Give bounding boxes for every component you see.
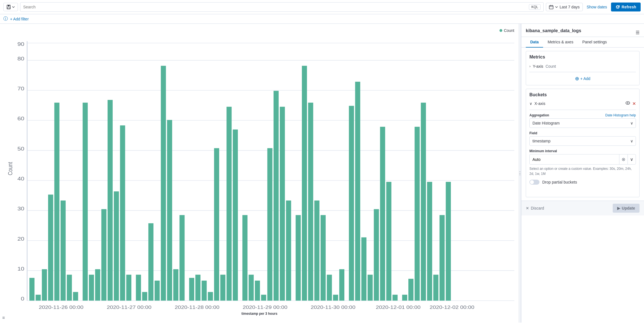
aggregation-select[interactable]: Date Histogram [529, 118, 636, 128]
buckets-title: Buckets [529, 92, 636, 97]
svg-rect-49 [189, 278, 194, 300]
svg-rect-76 [368, 275, 373, 301]
discard-button[interactable]: ✕ Discard [526, 206, 544, 210]
interval-input-row: ⊗ ∨ [529, 154, 636, 165]
aggregation-form-row: Aggregation Date Histogram help Date His… [529, 113, 636, 128]
svg-text:2020-12-01 00:00: 2020-12-01 00:00 [376, 305, 421, 310]
time-picker[interactable]: Last 7 days [546, 3, 583, 11]
main-content: Count 0 10 20 30 40 50 60 70 80 90 [0, 24, 644, 323]
svg-text:10: 10 [17, 266, 24, 271]
time-range-label: Last 7 days [560, 5, 580, 9]
svg-rect-34 [89, 275, 94, 301]
table-view-icon[interactable]: ≡ [2, 315, 5, 320]
svg-rect-31 [67, 275, 72, 301]
date-histogram-help-link[interactable]: Date Histogram help [605, 113, 636, 117]
search-input[interactable] [23, 5, 527, 9]
chevron-down-icon-bucket: ∨ [529, 101, 532, 106]
bars [29, 66, 451, 300]
svg-rect-3 [549, 6, 553, 9]
panel-collapse-button[interactable]: ☰ [636, 30, 640, 35]
field-label: Field [529, 131, 537, 135]
add-filter-button[interactable]: + Add filter [10, 17, 29, 21]
chart-svg: 0 10 20 30 40 50 60 70 80 90 [4, 37, 514, 310]
svg-rect-71 [333, 295, 338, 300]
add-metric-button[interactable]: ⊕ + Add [529, 76, 636, 82]
svg-rect-81 [402, 295, 407, 300]
tab-panel-settings[interactable]: Panel settings [578, 37, 611, 48]
x-axis-bucket-row: ∨ X-axis ✕ [529, 101, 636, 106]
search-area: KQL [20, 2, 544, 12]
y-axis-metric-row[interactable]: › Y-axis Count [529, 63, 636, 70]
delete-bucket-button[interactable]: ✕ [632, 101, 636, 106]
svg-rect-1 [8, 5, 10, 6]
refresh-icon [615, 5, 620, 9]
refresh-button[interactable]: Refresh [611, 3, 641, 11]
svg-rect-73 [349, 106, 354, 300]
eye-button[interactable] [626, 101, 630, 106]
svg-rect-78 [380, 127, 385, 300]
play-icon: ▶ [617, 206, 620, 210]
svg-rect-37 [108, 100, 113, 300]
svg-rect-56 [233, 130, 238, 301]
svg-text:0: 0 [21, 296, 24, 302]
interval-clear-button[interactable]: ⊗ [619, 154, 628, 164]
discard-x-icon: ✕ [526, 206, 529, 210]
min-interval-label-row: Minimum interval [529, 149, 636, 153]
refresh-label: Refresh [622, 5, 636, 9]
svg-rect-83 [415, 127, 420, 300]
svg-rect-43 [148, 223, 153, 301]
svg-text:30: 30 [17, 206, 24, 211]
custom-label-hint [529, 188, 636, 194]
tab-data[interactable]: Data [526, 37, 543, 48]
interval-dropdown-button[interactable]: ∨ [628, 154, 636, 164]
y-axis-type: Count [546, 64, 556, 69]
field-label-row: Field [529, 131, 636, 135]
interval-input[interactable] [530, 155, 619, 164]
svg-rect-44 [155, 281, 160, 301]
svg-rect-39 [120, 125, 125, 300]
resize-handle[interactable]: ⋮ [519, 24, 521, 323]
svg-rect-66 [302, 66, 307, 300]
svg-rect-51 [202, 281, 207, 301]
aggregation-label-row: Aggregation Date Histogram help [529, 113, 636, 117]
calendar-icon [549, 5, 553, 9]
svg-rect-32 [73, 292, 78, 301]
svg-text:80: 80 [17, 56, 24, 61]
svg-rect-63 [280, 107, 285, 301]
update-button[interactable]: ▶ Update [613, 204, 640, 213]
svg-rect-79 [386, 182, 391, 301]
buckets-section: Buckets ∨ X-axis ✕ Aggregation Date Hist… [526, 89, 640, 197]
svg-text:20: 20 [17, 236, 24, 241]
x-axis-labels: 2020-11-26 00:00 2020-11-27 00:00 2020-1… [39, 305, 474, 310]
panel-header: kibana_sample_data_logs ☰ [521, 24, 644, 37]
svg-rect-84 [421, 103, 426, 301]
drop-partial-label: Drop partial buckets [542, 180, 577, 184]
svg-rect-68 [314, 201, 319, 301]
save-button[interactable] [3, 3, 18, 11]
chart-legend: Count [499, 28, 514, 33]
svg-rect-33 [83, 103, 88, 301]
svg-rect-35 [95, 269, 100, 300]
svg-rect-28 [48, 194, 53, 300]
svg-rect-53 [214, 148, 219, 301]
plus-icon: ⊕ [575, 76, 579, 82]
drop-partial-toggle[interactable] [529, 180, 539, 185]
svg-rect-29 [54, 103, 59, 301]
field-select[interactable]: timestamp [529, 136, 636, 146]
svg-text:90: 90 [17, 41, 24, 47]
svg-text:2020-11-29 00:00: 2020-11-29 00:00 [243, 305, 287, 310]
svg-rect-36 [101, 209, 106, 301]
panel-tabs: Data Metrics & axes Panel settings [521, 37, 644, 48]
svg-rect-82 [408, 279, 413, 300]
show-dates-button[interactable]: Show dates [585, 3, 609, 11]
add-label: + Add [580, 76, 590, 81]
svg-point-98 [627, 102, 628, 104]
svg-rect-52 [208, 292, 213, 301]
x-axis-label: timestamp per 3 hours [4, 312, 514, 316]
svg-rect-64 [286, 201, 291, 301]
svg-rect-70 [327, 275, 332, 301]
svg-rect-67 [308, 103, 313, 301]
tab-metrics-axes[interactable]: Metrics & axes [543, 37, 578, 48]
kql-badge[interactable]: KQL [529, 4, 541, 10]
bottom-bar: ✕ Discard ▶ Update [521, 201, 644, 215]
